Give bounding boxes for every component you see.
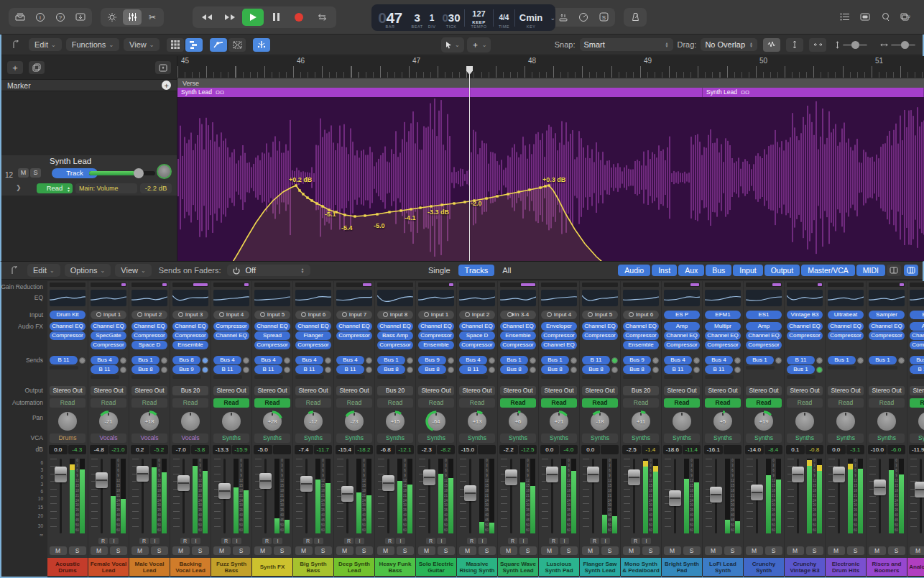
media-browser-icon[interactable]: ♪	[896, 9, 915, 25]
fader-cap[interactable]	[751, 485, 763, 500]
send-slot[interactable]: B 11	[295, 365, 331, 374]
audio-fx-slot[interactable]: Compressor	[50, 331, 86, 340]
channel-strip[interactable]: Input 7Channel EQCompressorBus 4B 11Ster…	[334, 281, 374, 577]
eq-thumbnail[interactable]	[500, 290, 536, 306]
track-volume-slider[interactable]	[89, 171, 155, 175]
record-enable-button[interactable]: R	[467, 538, 476, 544]
automation-curve-icon[interactable]	[210, 38, 227, 52]
volume-value[interactable]: -11.9	[909, 445, 924, 454]
send-slot[interactable]: B 11	[787, 356, 823, 364]
audio-fx-slot[interactable]: Compressor	[336, 331, 372, 340]
send-slot[interactable]: Bus 8	[541, 365, 577, 374]
mute-button[interactable]: M	[459, 546, 476, 555]
vca-group[interactable]: Synths	[377, 434, 413, 443]
horizontal-auto-zoom-icon[interactable]	[809, 38, 826, 52]
eq-thumbnail[interactable]	[50, 290, 86, 306]
waveform-zoom-icon[interactable]	[763, 38, 780, 52]
input-monitor-button[interactable]: I	[150, 538, 160, 544]
solo-button[interactable]: S	[110, 546, 127, 555]
track-name[interactable]: Synth Lead	[50, 157, 91, 165]
send-bus-label[interactable]: Bus 8	[541, 365, 569, 374]
pan-knob[interactable]	[917, 410, 924, 432]
pointer-tool-menu[interactable]: ⌄	[441, 37, 464, 52]
input-monitor-button[interactable]: I	[642, 538, 651, 544]
input-slot[interactable]: Vintage B3	[787, 311, 823, 319]
record-enable-button[interactable]: R	[303, 538, 313, 544]
fader-cap[interactable]	[669, 490, 681, 506]
peak-value[interactable]: -11.4	[683, 445, 701, 454]
peak-value[interactable]: -12.1	[396, 445, 415, 454]
send-slot[interactable]: B 11	[213, 365, 249, 374]
track-name-tag[interactable]: Mono Synth & Pedalboard	[621, 558, 661, 576]
volume-value[interactable]: -14.0	[745, 445, 764, 454]
send-bus-label[interactable]: B 11	[664, 365, 692, 374]
eq-thumbnail[interactable]	[459, 290, 495, 306]
audio-fx-slot[interactable]: Ensemble	[623, 341, 659, 349]
solo-button[interactable]: S	[642, 546, 660, 555]
peak-value[interactable]	[478, 445, 496, 454]
send-level-knob[interactable]	[325, 357, 331, 364]
output-slot[interactable]: Stereo Out	[254, 386, 290, 395]
send-bus-label[interactable]: Bus 1	[746, 356, 774, 364]
automation-mode-button[interactable]: Read	[377, 398, 413, 408]
fader-cap[interactable]	[587, 467, 599, 482]
automation-mode-button[interactable]: Read	[213, 398, 249, 408]
loop-browser-icon[interactable]	[876, 9, 895, 25]
send-level-knob[interactable]	[407, 357, 413, 364]
eq-thumbnail[interactable]	[254, 290, 290, 306]
track-name-tag[interactable]: Crunchy Synth	[744, 558, 784, 576]
solo-button[interactable]: S	[274, 546, 291, 555]
narrow-view-icon[interactable]	[887, 265, 901, 276]
record-enable-button[interactable]: R	[631, 538, 640, 544]
vca-group[interactable]: Synths	[746, 434, 782, 443]
mute-button[interactable]: M	[295, 546, 313, 555]
channel-strip[interactable]: SamplerChannel EQCompressorBus 1Stereo O…	[867, 281, 907, 577]
send-bus-label[interactable]: Bus 8	[582, 365, 610, 374]
mute-button[interactable]: M	[91, 546, 108, 555]
send-slot[interactable]: Bus 4	[664, 356, 700, 364]
track-name-tag[interactable]: Big Synth Bass	[293, 558, 333, 576]
audio-fx-slot[interactable]: Compressor	[705, 341, 741, 349]
track-name-tag[interactable]: Heavy Funk Bass	[375, 558, 415, 576]
output-slot[interactable]: Stereo Out	[705, 386, 741, 395]
sends-on-faders-select[interactable]: Off ▲▼	[227, 265, 310, 276]
channel-strip[interactable]: UltrabeatChannel EQCompressorBus 1Stereo…	[826, 281, 866, 577]
mixer-menu-edit[interactable]: Edit⌄	[27, 264, 60, 277]
send-level-knob[interactable]	[161, 357, 167, 364]
audio-fx-slot[interactable]: Compressor	[131, 331, 167, 340]
mute-button[interactable]: M	[500, 546, 517, 555]
send-bus-label[interactable]: Bus 8	[623, 365, 651, 374]
send-slot[interactable]: Bus 8	[172, 356, 208, 364]
input-slot[interactable]: Input 2	[131, 311, 167, 319]
output-slot[interactable]: Stereo Out	[91, 386, 126, 395]
audio-fx-slot[interactable]: Channel EQ	[336, 322, 372, 331]
send-bus-label[interactable]: Bus 9	[623, 356, 651, 364]
pan-knob[interactable]	[221, 410, 242, 432]
fader-cap[interactable]	[218, 483, 231, 499]
empty-send-slot[interactable]	[213, 375, 242, 379]
channel-strip[interactable]: Input 3Channel EQCompressorEnsembleBus 8…	[170, 281, 211, 577]
output-slot[interactable]: Stereo Out	[541, 386, 577, 395]
pan-knob[interactable]	[671, 410, 693, 432]
send-bus-label[interactable]: Bus 4	[336, 356, 364, 364]
panel-back-icon[interactable]	[7, 38, 24, 52]
input-slot[interactable]: EFM1	[705, 311, 741, 319]
peak-value[interactable]	[273, 445, 292, 454]
fader-cap[interactable]	[137, 466, 149, 482]
fader-cap[interactable]	[382, 475, 394, 491]
solo-button[interactable]: S	[192, 546, 209, 555]
fader-cap[interactable]	[55, 467, 67, 482]
mixer-menu-options[interactable]: Options⌄	[65, 264, 111, 277]
pan-knob[interactable]: +15	[384, 410, 406, 432]
channel-strip[interactable]: EFM1MultiprChannel EQCompressorBus 4B 11…	[703, 281, 743, 577]
input-monitor-button[interactable]: I	[560, 538, 569, 544]
input-slot[interactable]: Input 5	[254, 311, 290, 319]
solo-mode-icon[interactable]: S	[594, 9, 613, 25]
empty-send-slot[interactable]	[336, 375, 365, 379]
eq-thumbnail[interactable]	[787, 290, 823, 306]
audio-fx-slot[interactable]: Amp	[664, 322, 700, 331]
channel-strip[interactable]: Input 8Channel EQBass AmpCompressorBus 1…	[375, 281, 415, 577]
gauge-icon[interactable]	[574, 9, 593, 25]
send-level-knob[interactable]	[693, 367, 700, 373]
send-bus-label[interactable]: Bus 4	[664, 356, 692, 364]
